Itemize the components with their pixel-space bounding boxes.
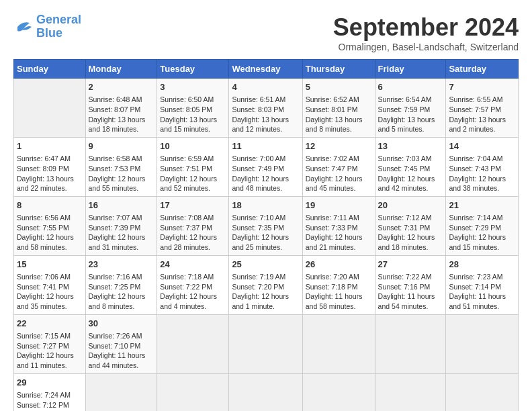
sunset-text: Sunset: 7:47 PM [306,165,358,173]
day-number: 15 [17,259,83,271]
calendar-day-cell: 18Sunrise: 7:10 AMSunset: 7:35 PMDayligh… [229,196,302,255]
month-title: September 2024 [333,13,519,42]
calendar-day-cell: 27Sunrise: 7:22 AMSunset: 7:16 PMDayligh… [375,255,446,314]
sunset-text: Sunset: 7:35 PM [232,224,284,232]
daylight-text: Daylight: 13 hours and 22 minutes. [17,175,74,193]
sunrise-text: Sunrise: 6:50 AM [160,95,214,103]
calendar-day-cell: 26Sunrise: 7:20 AMSunset: 7:18 PMDayligh… [302,255,375,314]
calendar-day-cell: 2Sunrise: 6:48 AMSunset: 8:07 PMDaylight… [85,79,157,138]
day-number: 12 [306,140,372,152]
sunrise-text: Sunrise: 7:22 AM [378,273,432,281]
daylight-text: Daylight: 12 hours and 42 minutes. [378,175,435,193]
sunrise-text: Sunrise: 7:04 AM [449,154,502,163]
calendar-day-cell: 14Sunrise: 7:04 AMSunset: 7:43 PMDayligh… [446,137,519,196]
calendar-day-cell: 22Sunrise: 7:15 AMSunset: 7:27 PMDayligh… [14,314,86,373]
calendar-day-cell: 4Sunrise: 6:51 AMSunset: 8:03 PMDaylight… [229,79,302,138]
sunset-text: Sunset: 7:27 PM [17,342,69,350]
calendar-day-cell: 15Sunrise: 7:06 AMSunset: 7:41 PMDayligh… [14,255,86,314]
day-number: 6 [378,81,443,93]
sunset-text: Sunset: 7:33 PM [306,224,358,232]
calendar-week-row: 1Sunrise: 6:47 AMSunset: 8:09 PMDaylight… [14,137,519,196]
calendar-day-cell: 12Sunrise: 7:02 AMSunset: 7:47 PMDayligh… [302,137,375,196]
calendar-day-cell [14,79,86,138]
daylight-text: Daylight: 12 hours and 15 minutes. [449,233,506,251]
calendar-day-cell: 28Sunrise: 7:23 AMSunset: 7:14 PMDayligh… [446,255,519,314]
day-number: 18 [232,199,299,212]
day-header: Friday [375,60,446,79]
day-number: 24 [160,259,226,271]
location-subtitle: Ormalingen, Basel-Landschaft, Switzerlan… [333,42,519,52]
calendar-day-cell: 10Sunrise: 6:59 AMSunset: 7:51 PMDayligh… [157,137,229,196]
sunset-text: Sunset: 7:43 PM [449,165,501,173]
sunrise-text: Sunrise: 7:12 AM [378,214,432,222]
calendar-day-cell [157,314,229,373]
calendar-day-cell: 19Sunrise: 7:11 AMSunset: 7:33 PMDayligh… [302,196,375,255]
day-number: 17 [160,199,226,212]
sunrise-text: Sunrise: 7:19 AM [232,273,285,281]
daylight-text: Daylight: 13 hours and 18 minutes. [89,116,146,134]
daylight-text: Daylight: 12 hours and 8 minutes. [89,292,146,310]
sunset-text: Sunset: 8:07 PM [89,105,141,113]
day-header: Sunday [14,60,86,79]
sunset-text: Sunset: 7:55 PM [17,224,69,232]
calendar-day-cell: 8Sunrise: 6:56 AMSunset: 7:55 PMDaylight… [14,196,86,255]
daylight-text: Daylight: 12 hours and 11 minutes. [17,351,74,369]
sunrise-text: Sunrise: 7:03 AM [378,154,432,163]
sunrise-text: Sunrise: 7:20 AM [306,273,359,281]
daylight-text: Daylight: 13 hours and 2 minutes. [449,116,506,134]
daylight-text: Daylight: 11 hours and 58 minutes. [306,292,363,310]
day-number: 7 [449,81,515,93]
calendar-day-cell: 5Sunrise: 6:52 AMSunset: 8:01 PMDaylight… [302,79,375,138]
calendar-day-cell: 20Sunrise: 7:12 AMSunset: 7:31 PMDayligh… [375,196,446,255]
calendar-day-cell: 24Sunrise: 7:18 AMSunset: 7:22 PMDayligh… [157,255,229,314]
day-header: Wednesday [229,60,302,79]
calendar-day-cell [446,373,519,411]
sunrise-text: Sunrise: 6:51 AM [232,95,285,103]
daylight-text: Daylight: 12 hours and 21 minutes. [306,233,363,251]
day-header: Saturday [446,60,519,79]
sunset-text: Sunset: 7:16 PM [378,283,431,291]
daylight-text: Daylight: 11 hours and 44 minutes. [89,351,146,369]
logo-icon [13,17,34,37]
sunset-text: Sunset: 8:01 PM [306,105,358,113]
day-number: 23 [89,259,154,271]
sunrise-text: Sunrise: 6:54 AM [378,95,432,103]
day-number: 9 [89,140,154,152]
sunset-text: Sunset: 7:59 PM [378,105,431,113]
sunrise-text: Sunrise: 7:10 AM [232,214,285,222]
sunrise-text: Sunrise: 6:56 AM [17,214,71,222]
sunrise-text: Sunrise: 6:48 AM [89,95,142,103]
day-number: 22 [17,318,83,330]
calendar-day-cell: 30Sunrise: 7:26 AMSunset: 7:10 PMDayligh… [85,314,157,373]
calendar-day-cell: 25Sunrise: 7:19 AMSunset: 7:20 PMDayligh… [229,255,302,314]
sunset-text: Sunset: 7:45 PM [378,165,431,173]
calendar-day-cell: 16Sunrise: 7:07 AMSunset: 7:39 PMDayligh… [85,196,157,255]
sunrise-text: Sunrise: 7:16 AM [89,273,142,281]
calendar-week-row: 29Sunrise: 7:24 AMSunset: 7:12 PMDayligh… [14,373,519,411]
sunset-text: Sunset: 7:31 PM [378,224,431,232]
daylight-text: Daylight: 13 hours and 5 minutes. [378,116,435,134]
day-number: 30 [89,318,154,330]
sunset-text: Sunset: 7:25 PM [89,283,141,291]
sunrise-text: Sunrise: 7:15 AM [17,332,71,340]
sunset-text: Sunset: 7:37 PM [160,224,212,232]
calendar-day-cell [157,373,229,411]
sunset-text: Sunset: 7:41 PM [17,283,69,291]
daylight-text: Daylight: 12 hours and 38 minutes. [449,175,506,193]
calendar-day-cell [446,314,519,373]
day-header: Monday [85,60,157,79]
daylight-text: Daylight: 12 hours and 1 minute. [232,292,289,310]
day-number: 11 [232,140,299,152]
sunset-text: Sunset: 8:09 PM [17,165,69,173]
sunrise-text: Sunrise: 7:11 AM [306,214,359,222]
day-number: 8 [17,199,83,212]
sunset-text: Sunset: 7:57 PM [449,105,501,113]
sunrise-text: Sunrise: 7:23 AM [449,273,502,281]
logo: General Blue [13,13,81,40]
sunset-text: Sunset: 7:18 PM [306,283,358,291]
sunrise-text: Sunrise: 6:59 AM [160,154,214,163]
calendar-day-cell: 21Sunrise: 7:14 AMSunset: 7:29 PMDayligh… [446,196,519,255]
calendar-day-cell: 9Sunrise: 6:58 AMSunset: 7:53 PMDaylight… [85,137,157,196]
day-number: 25 [232,259,299,271]
daylight-text: Daylight: 13 hours and 15 minutes. [160,116,217,134]
